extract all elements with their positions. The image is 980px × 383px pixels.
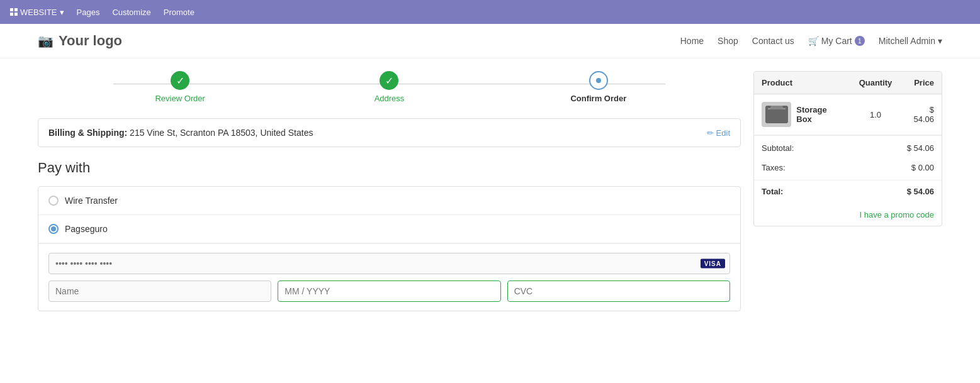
summary-section: Subtotal: $ 54.06 Taxes: $ 0.00 Total: $… (754, 135, 942, 204)
total-row: Total: $ 54.06 (754, 180, 942, 201)
step-address-label: Address (375, 94, 405, 103)
nav-pages[interactable]: Pages (77, 8, 100, 17)
total-label: Total: (762, 187, 783, 196)
wire-transfer-option[interactable]: Wire Transfer (38, 187, 740, 215)
cart-badge: 1 (855, 36, 865, 46)
wire-transfer-label: Wire Transfer (65, 196, 118, 206)
product-cell: Storage Box (754, 94, 852, 135)
product-row: Storage Box 1.0 $ 54.06 (754, 94, 942, 135)
card-expiry-input[interactable] (278, 280, 500, 302)
nav-contact-link[interactable]: Contact us (752, 36, 794, 46)
pagseguro-option[interactable]: Pagseguro (38, 215, 740, 243)
website-label: WEBSITE (20, 8, 57, 17)
payment-options: Wire Transfer Pagseguro VISA (38, 186, 741, 311)
product-qty: 1.0 (852, 94, 900, 135)
wire-transfer-radio[interactable] (48, 196, 59, 206)
billing-box: Billing & Shipping: 215 Vine St, Scranto… (38, 118, 741, 147)
taxes-value: $ 0.00 (911, 163, 934, 172)
taxes-label: Taxes: (762, 163, 786, 172)
billing-label: Billing & Shipping: (48, 128, 127, 138)
subtotal-row: Subtotal: $ 54.06 (754, 138, 942, 158)
logo-text: Your logo (59, 33, 122, 49)
step-address: ✓ Address (284, 71, 493, 103)
logo: 📷 Your logo (38, 33, 122, 49)
order-table: Product Quantity Price Storage Box (754, 72, 942, 135)
card-cvc-input[interactable] (507, 280, 730, 302)
cart-icon: 🛒 (808, 36, 819, 46)
col-quantity: Quantity (852, 72, 900, 94)
nav-home-link[interactable]: Home (680, 36, 704, 46)
grid-icon (10, 8, 18, 16)
main-content: ✓ Review Order ✓ Address Confirm Order B… (0, 58, 980, 324)
website-menu[interactable]: WEBSITE ▾ (10, 8, 64, 17)
card-row2 (48, 280, 730, 302)
card-name-input[interactable] (48, 280, 271, 302)
nav-shop-link[interactable]: Shop (718, 36, 738, 46)
pagseguro-label: Pagseguro (65, 224, 108, 234)
step-confirm-circle (589, 71, 608, 90)
camera-icon: 📷 (38, 33, 54, 48)
pagseguro-radio[interactable] (48, 224, 59, 234)
order-summary: Product Quantity Price Storage Box (753, 71, 942, 226)
card-number-input[interactable] (48, 253, 730, 274)
nav-cart-link[interactable]: 🛒 My Cart 1 (808, 36, 865, 46)
col-price: Price (899, 72, 942, 94)
step-review-label: Review Order (155, 94, 205, 103)
pay-with-title: Pay with (38, 160, 741, 176)
website-caret: ▾ (60, 8, 64, 17)
progress-steps: ✓ Review Order ✓ Address Confirm Order (38, 71, 741, 103)
col-product: Product (754, 72, 852, 94)
storage-box-icon (765, 106, 788, 123)
active-dot (596, 78, 601, 83)
card-number-row: VISA (48, 253, 730, 274)
product-price: $ 54.06 (899, 94, 942, 135)
user-caret-icon: ▾ (938, 36, 942, 46)
user-menu[interactable]: Mitchell Admin ▾ (879, 36, 942, 46)
product-name: Storage Box (796, 105, 843, 124)
promo-code-link[interactable]: I have a promo code (754, 204, 942, 226)
step-address-circle: ✓ (380, 71, 398, 90)
top-navigation: WEBSITE ▾ Pages Customize Promote (0, 0, 980, 24)
product-image (762, 102, 791, 127)
site-header: 📷 Your logo Home Shop Contact us 🛒 My Ca… (0, 24, 980, 58)
cart-label: My Cart (821, 36, 852, 46)
subtotal-label: Subtotal: (762, 143, 794, 153)
header-navigation: Home Shop Contact us 🛒 My Cart 1 Mitchel… (680, 36, 942, 46)
nav-customize[interactable]: Customize (112, 8, 150, 17)
step-review: ✓ Review Order (76, 71, 284, 103)
subtotal-value: $ 54.06 (907, 143, 934, 153)
edit-icon: ✏ (707, 128, 714, 138)
billing-address: 215 Vine St, Scranton PA 18503, United S… (130, 128, 313, 138)
user-name: Mitchell Admin (879, 36, 935, 46)
total-value: $ 54.06 (907, 187, 934, 196)
step-confirm: Confirm Order (494, 71, 703, 103)
visa-icon: VISA (701, 259, 725, 269)
nav-promote[interactable]: Promote (164, 8, 194, 17)
card-inputs: VISA (38, 243, 740, 311)
taxes-row: Taxes: $ 0.00 (754, 158, 942, 177)
billing-text: Billing & Shipping: 215 Vine St, Scranto… (48, 128, 313, 138)
step-review-circle: ✓ (171, 71, 189, 90)
edit-button[interactable]: ✏ Edit (707, 128, 730, 138)
edit-label: Edit (716, 128, 730, 138)
left-panel: ✓ Review Order ✓ Address Confirm Order B… (38, 71, 741, 311)
step-confirm-label: Confirm Order (570, 94, 626, 103)
